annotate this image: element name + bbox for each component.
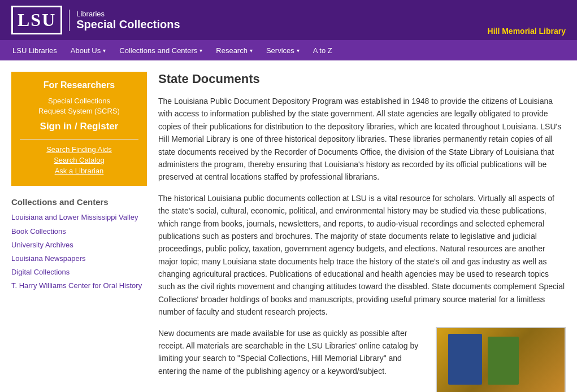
book-image — [436, 327, 566, 392]
collection-university-archives[interactable]: University Archives — [11, 240, 147, 250]
nav-services[interactable]: Services ▾ — [259, 42, 306, 59]
lsu-logo[interactable]: LSU — [11, 6, 62, 34]
collection-book-collections[interactable]: Book Collections — [11, 227, 147, 237]
bottom-section: New documents are made available for use… — [158, 327, 566, 392]
paragraph-3: New documents are made available for use… — [158, 327, 427, 378]
collection-harry-williams[interactable]: T. Harry Williams Center for Oral Histor… — [11, 281, 147, 291]
search-finding-aids-link[interactable]: Search Finding Aids — [20, 145, 138, 154]
page-content: State Documents The Louisiana Public Doc… — [158, 72, 566, 392]
paragraph-3-text: New documents are made available for use… — [158, 329, 418, 376]
chevron-down-icon: ▾ — [199, 47, 202, 54]
special-collections-label: Special Collections — [76, 18, 180, 31]
paragraph-1: The Louisiana Public Document Depository… — [158, 95, 566, 184]
libraries-label: Libraries — [76, 10, 180, 18]
nav-lsu-libraries[interactable]: LSU Libraries — [6, 42, 64, 59]
collections-centers-title: Collections and Centers — [11, 197, 147, 207]
ask-librarian-link[interactable]: Ask a Librarian — [20, 167, 138, 175]
collection-louisiana-newspapers[interactable]: Louisiana Newspapers — [11, 254, 147, 264]
chevron-down-icon: ▾ — [103, 47, 106, 54]
sidebar: For Researchers Special Collections Requ… — [11, 72, 147, 392]
collection-louisiana-lower-ms[interactable]: Louisiana and Lower Mississippi Valley — [11, 212, 147, 223]
nav-collections[interactable]: Collections and Centers ▾ — [112, 42, 209, 59]
paragraph-1-text: The Louisiana Public Document Depository… — [158, 97, 561, 181]
nav-about-us[interactable]: About Us ▾ — [64, 42, 112, 59]
lsu-logo-text: LSU — [18, 10, 56, 30]
page-title: State Documents — [158, 72, 566, 86]
chevron-down-icon: ▾ — [250, 47, 253, 54]
main-nav: LSU Libraries About Us ▾ Collections and… — [0, 40, 577, 60]
paragraph-2: The historical Louisiana public document… — [158, 192, 566, 319]
hill-memorial-label: Hill Memorial Library — [488, 27, 566, 36]
search-catalog-link[interactable]: Search Catalog — [20, 156, 138, 164]
paragraph-2-text: The historical Louisiana public document… — [158, 194, 565, 317]
nav-a-to-z[interactable]: A to Z — [306, 42, 339, 59]
scrs-label: Special Collections Request System (SCRS… — [20, 96, 138, 116]
header-text: Libraries Special Collections — [69, 10, 180, 31]
bottom-text: New documents are made available for use… — [158, 327, 427, 392]
nav-research[interactable]: Research ▾ — [209, 42, 259, 59]
chevron-down-icon: ▾ — [297, 47, 300, 54]
sign-in-link[interactable]: Sign in / Register — [20, 121, 138, 132]
for-researchers-box: For Researchers Special Collections Requ… — [11, 72, 147, 186]
site-header: LSU Libraries Special Collections Hill M… — [0, 0, 577, 40]
collection-digital-collections[interactable]: Digital Collections — [11, 267, 147, 277]
main-content: For Researchers Special Collections Requ… — [0, 60, 577, 392]
for-researchers-title: For Researchers — [20, 80, 138, 90]
